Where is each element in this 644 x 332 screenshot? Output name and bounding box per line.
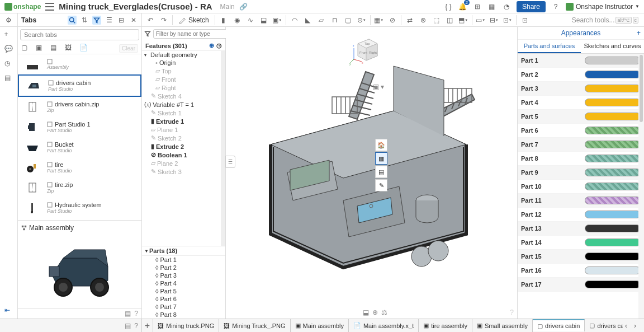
appearance-row[interactable]: Part 14: [518, 236, 644, 250]
feature-item[interactable]: (𝑥)Variable #T = 1: [142, 100, 225, 109]
config-icon[interactable]: ⊡▼: [503, 15, 513, 25]
feature-item[interactable]: ▱Right: [142, 83, 225, 92]
color-swatch[interactable]: [585, 57, 641, 64]
filter-icon[interactable]: [92, 16, 101, 25]
main-assembly-thumbnail[interactable]: [21, 233, 138, 306]
appearance-row[interactable]: Part 3: [518, 82, 644, 96]
color-swatch[interactable]: [585, 71, 641, 78]
delete-face-icon[interactable]: ⊗: [418, 15, 428, 25]
tab-item[interactable]: tire Part Studio: [18, 157, 141, 177]
hole-icon[interactable]: ⊙▼: [357, 15, 367, 25]
menu-icon[interactable]: [45, 3, 54, 11]
tab-panel-help-icon[interactable]: ?: [134, 310, 138, 317]
history-icon[interactable]: { }: [444, 2, 453, 11]
list-icon[interactable]: ☰: [105, 16, 113, 25]
search-tabs-input[interactable]: [20, 29, 139, 40]
color-swatch[interactable]: [585, 239, 641, 246]
thicken-icon[interactable]: ▣▼: [272, 15, 282, 25]
share-button[interactable]: Share: [517, 1, 546, 12]
section-view-icon[interactable]: ▤: [375, 166, 387, 178]
color-swatch[interactable]: [585, 197, 641, 204]
other-filter-icon[interactable]: 📄: [79, 44, 88, 53]
part-item[interactable]: ◊Part 7: [142, 303, 225, 311]
color-swatch[interactable]: [585, 127, 641, 134]
tab-panel-option-icon[interactable]: ▤: [125, 310, 131, 317]
add-tab-button[interactable]: +: [142, 319, 153, 332]
drawing-filter-icon[interactable]: ▤: [50, 44, 59, 53]
appearance-row[interactable]: Part 4: [518, 96, 644, 110]
sort-icon[interactable]: ⇅: [80, 16, 89, 25]
sketch-button[interactable]: Sketch: [176, 16, 211, 24]
color-swatch[interactable]: [585, 225, 641, 232]
versions-icon[interactable]: ◷: [4, 59, 13, 68]
feature-item[interactable]: ◦Origin: [142, 59, 225, 67]
scrollbar[interactable]: [638, 54, 644, 319]
feature-item[interactable]: ▮Extrude 1: [142, 117, 225, 125]
feature-item[interactable]: ✎Sketch 2: [142, 134, 225, 142]
appearance-row[interactable]: Part 6: [518, 124, 644, 138]
color-swatch[interactable]: [585, 280, 641, 288]
grid-icon[interactable]: ⊞: [473, 2, 482, 11]
tab-item[interactable]: Part Studio 1 Part Studio: [18, 117, 141, 137]
color-swatch[interactable]: [585, 266, 641, 274]
appearance-row[interactable]: Part 11: [518, 194, 644, 208]
canvas-help-icon[interactable]: ?: [510, 308, 514, 316]
shell-icon[interactable]: ▢: [343, 15, 353, 25]
color-swatch[interactable]: [585, 211, 641, 218]
document-tab[interactable]: ▢drivers cabi: [585, 319, 623, 332]
learn-icon[interactable]: ◔: [502, 2, 511, 11]
feature-item[interactable]: ▾Default geometry: [142, 51, 225, 59]
tab-sketches-curves[interactable]: Sketches and curves: [581, 40, 644, 53]
part-item[interactable]: ◊Part 3: [142, 272, 225, 279]
part-item[interactable]: ◊Part 1: [142, 256, 225, 264]
appearance-row[interactable]: Part 5: [518, 110, 644, 124]
tab-item[interactable]: drivers cabin.zip Zip: [18, 97, 141, 117]
assembly-filter-icon[interactable]: ▣: [36, 44, 45, 53]
tab-help-icon[interactable]: ?: [134, 322, 138, 330]
sweep-icon[interactable]: ∿: [245, 15, 255, 25]
tab-item[interactable]: Assembly: [18, 54, 141, 74]
units-icon[interactable]: ⬓: [363, 308, 369, 316]
appearance-row[interactable]: Part 9: [518, 166, 644, 180]
feature-item[interactable]: ▱Front: [142, 75, 225, 83]
document-tab[interactable]: 📄Main assembly.x_t: [349, 319, 419, 332]
feature-filter-input[interactable]: [153, 29, 230, 39]
part-item[interactable]: ◊Part 4: [142, 279, 225, 287]
add-appearance-icon[interactable]: +: [637, 29, 641, 37]
tab-item[interactable]: tire.zip Zip: [18, 177, 141, 198]
loft-icon[interactable]: ⬓: [259, 15, 269, 25]
document-tab[interactable]: 🖼Mining truck.PNG: [153, 319, 219, 332]
document-tab[interactable]: ▣Small assembly: [472, 319, 533, 332]
color-swatch[interactable]: [585, 141, 641, 148]
chamfer-icon[interactable]: ◣: [303, 15, 313, 25]
help-icon[interactable]: ?: [551, 2, 560, 11]
branch-label[interactable]: Main: [220, 3, 235, 11]
feature-add-icon[interactable]: ⊕: [209, 42, 214, 49]
feature-item[interactable]: ✎Sketch 4: [142, 92, 225, 100]
appearance-row[interactable]: Part 16: [518, 264, 644, 278]
view-cube[interactable]: Top Front Right z y x: [349, 32, 383, 66]
document-tab[interactable]: 🖼Mining Truck_.PNG: [219, 319, 290, 332]
appearance-row[interactable]: Part 12: [518, 208, 644, 222]
feature-timer-icon[interactable]: ◷: [216, 42, 222, 49]
modify-icon[interactable]: ⬚: [432, 15, 442, 25]
collapse-rail-icon[interactable]: ⇤: [4, 306, 13, 315]
color-swatch[interactable]: [585, 155, 641, 162]
main-assembly-header[interactable]: Main assembly: [21, 223, 138, 233]
part-item[interactable]: ◊Part 5: [142, 287, 225, 295]
feature-item[interactable]: ⊘Boolean 1: [142, 151, 225, 159]
color-swatch[interactable]: [585, 85, 641, 92]
transform-icon[interactable]: ⇄: [405, 15, 415, 25]
tab-scroll-right-icon[interactable]: ›: [634, 322, 642, 330]
color-swatch[interactable]: [585, 113, 641, 120]
isometric-view-icon[interactable]: 🏠: [375, 139, 387, 151]
document-tab[interactable]: ▣Main assembly: [291, 319, 349, 332]
link-icon[interactable]: 🔗: [239, 3, 248, 11]
tab-item[interactable]: drivers cabin Part Studio: [18, 74, 141, 97]
precision-icon[interactable]: ⊕: [372, 308, 378, 316]
app-logo[interactable]: onshape: [4, 3, 41, 11]
appearance-row[interactable]: Part 2: [518, 68, 644, 82]
bom-icon[interactable]: ▤: [4, 74, 13, 83]
appearance-row[interactable]: Part 15: [518, 250, 644, 264]
tab-option-icon[interactable]: ▤: [125, 322, 131, 330]
